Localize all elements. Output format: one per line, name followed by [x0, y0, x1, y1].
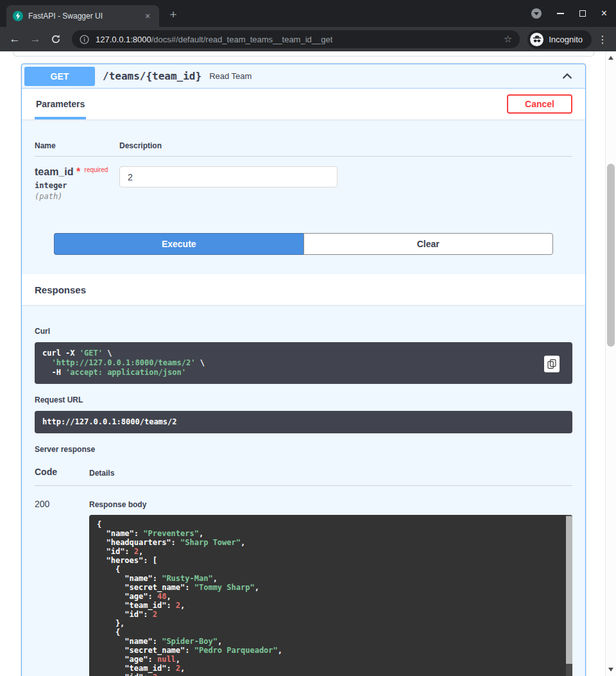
operation-description: Read Team — [209, 71, 252, 81]
copy-icon — [547, 359, 556, 369]
required-label: required — [85, 166, 108, 173]
forward-button[interactable]: → — [27, 31, 44, 48]
method-badge: GET — [24, 67, 95, 86]
parameters-table: Name Description team_id * required inte… — [22, 119, 585, 255]
cancel-button[interactable]: Cancel — [507, 94, 572, 114]
parameter-name: team_id — [35, 166, 73, 177]
bookmark-star-icon[interactable]: ☆ — [504, 33, 512, 45]
window-close-button[interactable]: × — [601, 8, 607, 19]
browser-navbar: ← → 127.0.0.1:8000/docs#/default/read_te… — [0, 27, 616, 51]
column-header-code: Code — [35, 460, 89, 486]
curl-label: Curl — [35, 327, 572, 336]
execute-button[interactable]: Execute — [54, 233, 304, 255]
page-scrollbar-thumb[interactable] — [607, 164, 615, 347]
parameter-name-cell: team_id * required integer (path) — [35, 157, 119, 201]
chevron-up-icon — [561, 70, 574, 83]
server-response-label: Server response — [35, 445, 572, 454]
copy-button[interactable] — [544, 356, 560, 372]
responses-body: Curl curl -X 'GET' \ 'http://127.0.0.1:8… — [22, 305, 585, 676]
incognito-label: Incognito — [549, 35, 583, 44]
operation-summary[interactable]: GET /teams/{team_id} Read Team — [22, 64, 585, 89]
curl-command-block: curl -X 'GET' \ 'http://127.0.0.1:8000/t… — [35, 342, 572, 384]
site-info-icon[interactable] — [80, 35, 89, 44]
operation-path: /teams/{team_id} — [103, 70, 201, 82]
responses-header: Responses — [22, 274, 585, 305]
collapse-button[interactable] — [561, 70, 574, 83]
scroll-down-button[interactable] — [606, 664, 616, 675]
response-details-cell: Response body { "name": "Preventers", "h… — [89, 486, 572, 676]
responses-title: Responses — [35, 284, 86, 295]
column-header-name: Name — [35, 134, 119, 157]
request-url-block: http://127.0.0.1:8000/teams/2 — [35, 411, 572, 433]
team-id-input[interactable] — [119, 166, 338, 187]
minimize-button[interactable] — [557, 13, 564, 14]
response-body-block: { "name": "Preventers", "headquarters": … — [89, 515, 572, 676]
fastapi-favicon-icon — [13, 11, 23, 21]
tab-parameters[interactable]: Parameters — [35, 89, 86, 119]
triangle-down-icon — [608, 668, 613, 672]
previous-section-edge — [13, 51, 594, 56]
incognito-badge: Incognito — [527, 30, 592, 49]
column-header-description: Description — [119, 134, 572, 157]
back-button[interactable]: ← — [6, 31, 23, 48]
page-content: GET /teams/{team_id} Read Team Parameter… — [0, 51, 616, 676]
parameters-header: Parameters Cancel — [22, 89, 585, 119]
browser-tab[interactable]: FastAPI - Swagger UI × — [6, 5, 159, 27]
parameter-location: (path) — [35, 192, 119, 201]
menu-kebab-button[interactable]: ⋮ — [595, 33, 610, 46]
browser-titlebar: FastAPI - Swagger UI × + × — [0, 0, 616, 27]
triangle-up-icon — [608, 56, 613, 60]
page-scrollbar[interactable] — [605, 51, 616, 676]
operation-block: GET /teams/{team_id} Read Team Parameter… — [21, 64, 586, 676]
url-bar[interactable]: 127.0.0.1:8000/docs#/default/read_team_t… — [72, 30, 520, 48]
search-tabs-icon[interactable] — [531, 8, 542, 19]
new-tab-button[interactable]: + — [167, 8, 180, 22]
response-scrollbar-thumb[interactable] — [566, 516, 572, 664]
chevron-down-icon — [534, 12, 539, 15]
server-response-table: Code Details 200 Response body { "name":… — [35, 460, 572, 676]
required-star: * — [76, 166, 80, 177]
minimize-icon — [557, 13, 564, 14]
response-scrollbar-track[interactable] — [566, 515, 572, 676]
column-header-details: Details — [89, 460, 572, 486]
parameter-type: integer — [35, 181, 119, 190]
tab-close-icon[interactable]: × — [142, 11, 153, 21]
maximize-icon — [579, 10, 586, 17]
tab-title: FastAPI - Swagger UI — [28, 12, 137, 21]
incognito-icon — [530, 33, 543, 46]
url-path: /docs#/default/read_team_teams__team_id_… — [151, 35, 333, 44]
status-code: 200 — [35, 486, 89, 676]
scroll-up-button[interactable] — [606, 53, 616, 63]
response-body-label: Response body — [89, 500, 572, 509]
reload-button[interactable] — [47, 31, 64, 48]
clear-button[interactable]: Clear — [304, 233, 554, 255]
parameter-description-cell — [119, 157, 572, 201]
maximize-button[interactable] — [579, 10, 586, 17]
request-url-label: Request URL — [35, 395, 572, 404]
execute-row: Execute Clear — [54, 233, 553, 255]
url-host: 127.0.0.1:8000 — [96, 35, 151, 44]
